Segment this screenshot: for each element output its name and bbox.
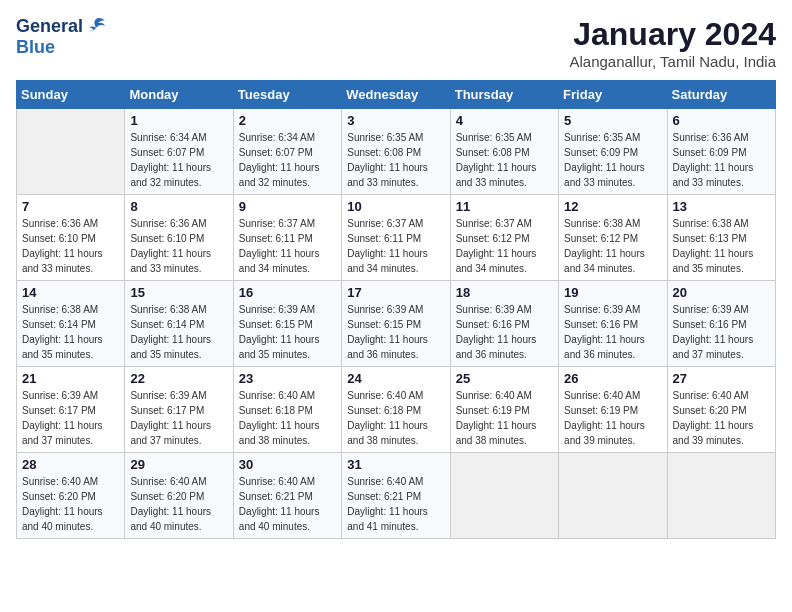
sunset-text: Sunset: 6:18 PM — [239, 403, 336, 418]
calendar-cell: 14Sunrise: 6:38 AMSunset: 6:14 PMDayligh… — [17, 281, 125, 367]
daylight-text: Daylight: 11 hoursand 40 minutes. — [130, 504, 227, 534]
logo: General Blue — [16, 16, 107, 58]
sunrise-text: Sunrise: 6:39 AM — [130, 388, 227, 403]
sunrise-text: Sunrise: 6:35 AM — [347, 130, 444, 145]
daylight-text: Daylight: 11 hoursand 34 minutes. — [564, 246, 661, 276]
day-number: 31 — [347, 457, 444, 472]
logo-text: General — [16, 16, 107, 38]
day-number: 8 — [130, 199, 227, 214]
sunset-text: Sunset: 6:10 PM — [22, 231, 119, 246]
daylight-text: Daylight: 11 hoursand 37 minutes. — [673, 332, 770, 362]
sunrise-text: Sunrise: 6:40 AM — [22, 474, 119, 489]
sunrise-text: Sunrise: 6:40 AM — [456, 388, 553, 403]
sunrise-text: Sunrise: 6:40 AM — [239, 388, 336, 403]
sunrise-text: Sunrise: 6:40 AM — [347, 388, 444, 403]
day-info: Sunrise: 6:38 AMSunset: 6:13 PMDaylight:… — [673, 216, 770, 276]
header-saturday: Saturday — [667, 81, 775, 109]
daylight-text: Daylight: 11 hoursand 32 minutes. — [130, 160, 227, 190]
calendar-cell — [559, 453, 667, 539]
sunset-text: Sunset: 6:09 PM — [564, 145, 661, 160]
day-info: Sunrise: 6:37 AMSunset: 6:11 PMDaylight:… — [347, 216, 444, 276]
sunset-text: Sunset: 6:12 PM — [456, 231, 553, 246]
day-number: 14 — [22, 285, 119, 300]
logo-blue-text: Blue — [16, 38, 107, 58]
sunrise-text: Sunrise: 6:39 AM — [239, 302, 336, 317]
sunset-text: Sunset: 6:15 PM — [239, 317, 336, 332]
sunrise-text: Sunrise: 6:36 AM — [130, 216, 227, 231]
day-info: Sunrise: 6:40 AMSunset: 6:19 PMDaylight:… — [456, 388, 553, 448]
day-number: 28 — [22, 457, 119, 472]
day-number: 6 — [673, 113, 770, 128]
day-number: 26 — [564, 371, 661, 386]
daylight-text: Daylight: 11 hoursand 36 minutes. — [564, 332, 661, 362]
calendar-cell: 18Sunrise: 6:39 AMSunset: 6:16 PMDayligh… — [450, 281, 558, 367]
sunrise-text: Sunrise: 6:37 AM — [456, 216, 553, 231]
daylight-text: Daylight: 11 hoursand 36 minutes. — [347, 332, 444, 362]
day-info: Sunrise: 6:40 AMSunset: 6:20 PMDaylight:… — [673, 388, 770, 448]
sunset-text: Sunset: 6:07 PM — [130, 145, 227, 160]
day-info: Sunrise: 6:40 AMSunset: 6:20 PMDaylight:… — [22, 474, 119, 534]
daylight-text: Daylight: 11 hoursand 39 minutes. — [673, 418, 770, 448]
day-number: 15 — [130, 285, 227, 300]
header-sunday: Sunday — [17, 81, 125, 109]
calendar-cell: 26Sunrise: 6:40 AMSunset: 6:19 PMDayligh… — [559, 367, 667, 453]
sunset-text: Sunset: 6:16 PM — [564, 317, 661, 332]
day-info: Sunrise: 6:39 AMSunset: 6:17 PMDaylight:… — [130, 388, 227, 448]
daylight-text: Daylight: 11 hoursand 35 minutes. — [22, 332, 119, 362]
sunset-text: Sunset: 6:08 PM — [456, 145, 553, 160]
sunset-text: Sunset: 6:07 PM — [239, 145, 336, 160]
sunset-text: Sunset: 6:21 PM — [347, 489, 444, 504]
sunset-text: Sunset: 6:14 PM — [22, 317, 119, 332]
calendar-cell: 1Sunrise: 6:34 AMSunset: 6:07 PMDaylight… — [125, 109, 233, 195]
calendar-cell: 17Sunrise: 6:39 AMSunset: 6:15 PMDayligh… — [342, 281, 450, 367]
calendar-cell: 13Sunrise: 6:38 AMSunset: 6:13 PMDayligh… — [667, 195, 775, 281]
sunset-text: Sunset: 6:17 PM — [130, 403, 227, 418]
daylight-text: Daylight: 11 hoursand 38 minutes. — [347, 418, 444, 448]
day-number: 5 — [564, 113, 661, 128]
calendar-header-row: SundayMondayTuesdayWednesdayThursdayFrid… — [17, 81, 776, 109]
sunrise-text: Sunrise: 6:38 AM — [130, 302, 227, 317]
calendar-cell: 30Sunrise: 6:40 AMSunset: 6:21 PMDayligh… — [233, 453, 341, 539]
daylight-text: Daylight: 11 hoursand 34 minutes. — [456, 246, 553, 276]
calendar-cell: 28Sunrise: 6:40 AMSunset: 6:20 PMDayligh… — [17, 453, 125, 539]
sunset-text: Sunset: 6:13 PM — [673, 231, 770, 246]
sunrise-text: Sunrise: 6:38 AM — [673, 216, 770, 231]
calendar-cell: 22Sunrise: 6:39 AMSunset: 6:17 PMDayligh… — [125, 367, 233, 453]
calendar-cell: 8Sunrise: 6:36 AMSunset: 6:10 PMDaylight… — [125, 195, 233, 281]
sunrise-text: Sunrise: 6:35 AM — [564, 130, 661, 145]
sunset-text: Sunset: 6:19 PM — [456, 403, 553, 418]
day-number: 4 — [456, 113, 553, 128]
day-info: Sunrise: 6:34 AMSunset: 6:07 PMDaylight:… — [130, 130, 227, 190]
day-number: 23 — [239, 371, 336, 386]
calendar-cell: 6Sunrise: 6:36 AMSunset: 6:09 PMDaylight… — [667, 109, 775, 195]
sunset-text: Sunset: 6:09 PM — [673, 145, 770, 160]
sunrise-text: Sunrise: 6:40 AM — [564, 388, 661, 403]
sunrise-text: Sunrise: 6:39 AM — [456, 302, 553, 317]
day-info: Sunrise: 6:38 AMSunset: 6:14 PMDaylight:… — [22, 302, 119, 362]
daylight-text: Daylight: 11 hoursand 36 minutes. — [456, 332, 553, 362]
calendar-week-row: 28Sunrise: 6:40 AMSunset: 6:20 PMDayligh… — [17, 453, 776, 539]
sunset-text: Sunset: 6:15 PM — [347, 317, 444, 332]
day-number: 2 — [239, 113, 336, 128]
sunrise-text: Sunrise: 6:34 AM — [239, 130, 336, 145]
day-info: Sunrise: 6:40 AMSunset: 6:18 PMDaylight:… — [239, 388, 336, 448]
logo-bird-icon — [85, 16, 107, 38]
calendar-cell: 3Sunrise: 6:35 AMSunset: 6:08 PMDaylight… — [342, 109, 450, 195]
sunset-text: Sunset: 6:08 PM — [347, 145, 444, 160]
daylight-text: Daylight: 11 hoursand 33 minutes. — [673, 160, 770, 190]
calendar-cell: 2Sunrise: 6:34 AMSunset: 6:07 PMDaylight… — [233, 109, 341, 195]
daylight-text: Daylight: 11 hoursand 37 minutes. — [130, 418, 227, 448]
day-info: Sunrise: 6:40 AMSunset: 6:21 PMDaylight:… — [347, 474, 444, 534]
day-number: 19 — [564, 285, 661, 300]
daylight-text: Daylight: 11 hoursand 33 minutes. — [130, 246, 227, 276]
sunset-text: Sunset: 6:14 PM — [130, 317, 227, 332]
sunrise-text: Sunrise: 6:37 AM — [347, 216, 444, 231]
calendar-cell: 20Sunrise: 6:39 AMSunset: 6:16 PMDayligh… — [667, 281, 775, 367]
calendar-cell: 24Sunrise: 6:40 AMSunset: 6:18 PMDayligh… — [342, 367, 450, 453]
sunrise-text: Sunrise: 6:40 AM — [673, 388, 770, 403]
calendar-table: SundayMondayTuesdayWednesdayThursdayFrid… — [16, 80, 776, 539]
calendar-cell: 31Sunrise: 6:40 AMSunset: 6:21 PMDayligh… — [342, 453, 450, 539]
day-number: 20 — [673, 285, 770, 300]
day-info: Sunrise: 6:35 AMSunset: 6:08 PMDaylight:… — [347, 130, 444, 190]
sunset-text: Sunset: 6:11 PM — [239, 231, 336, 246]
